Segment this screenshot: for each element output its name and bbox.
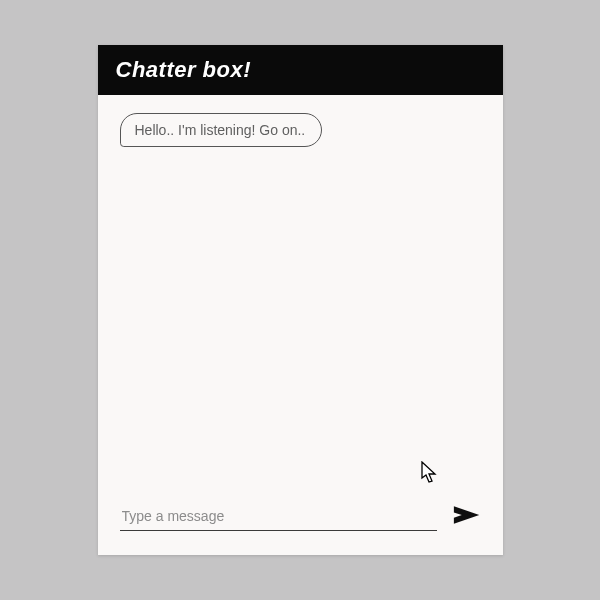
chat-window: Chatter box! Hello.. I'm listening! Go o… [98,45,503,555]
send-icon [453,504,481,529]
chat-messages-area: Hello.. I'm listening! Go on.. [98,95,503,492]
chat-input-row [98,492,503,555]
svg-marker-0 [453,506,478,524]
chat-header: Chatter box! [98,45,503,95]
message-input[interactable] [120,502,437,531]
chat-title: Chatter box! [116,57,252,82]
bot-message-bubble: Hello.. I'm listening! Go on.. [120,113,323,147]
send-button[interactable] [449,500,485,533]
bot-message-text: Hello.. I'm listening! Go on.. [135,122,306,138]
